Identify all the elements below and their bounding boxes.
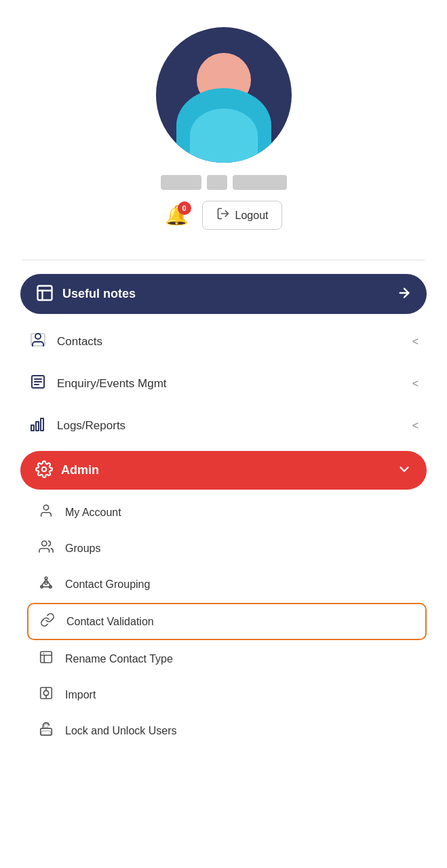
person-icon: [37, 503, 56, 521]
useful-notes-button[interactable]: Useful notes: [20, 274, 427, 314]
notification-button[interactable]: 🔔 0: [165, 204, 189, 226]
contacts-icon: [28, 332, 47, 352]
action-bar: 🔔 0 Logout: [165, 201, 283, 230]
contacts-chevron-icon: <: [412, 336, 419, 348]
svg-rect-13: [41, 418, 43, 431]
nav-section: Useful notes Contacts: [0, 274, 447, 748]
username-area: [161, 175, 287, 190]
avatar-section: 🔔 0 Logout: [156, 0, 292, 260]
username-blur-2: [207, 175, 227, 190]
svg-point-23: [45, 582, 47, 585]
admin-label: Admin: [61, 463, 99, 477]
notes-icon: [35, 283, 54, 304]
admin-submenu: My Account Groups: [20, 495, 427, 748]
submenu-item-groups[interactable]: Groups: [27, 531, 427, 566]
submenu-item-contact-grouping[interactable]: Contact Grouping: [27, 567, 427, 601]
contact-grouping-icon: [37, 575, 56, 593]
submenu-item-my-account[interactable]: My Account: [27, 495, 427, 530]
submenu-item-import[interactable]: Import: [27, 677, 427, 712]
rename-icon: [37, 650, 56, 668]
svg-rect-24: [41, 652, 52, 663]
logout-icon: [216, 207, 230, 224]
my-account-label: My Account: [65, 507, 121, 519]
enquiry-chevron-icon: <: [412, 378, 419, 390]
notification-badge: 0: [178, 201, 191, 215]
svg-rect-11: [31, 425, 34, 431]
avatar-body: [176, 88, 271, 163]
svg-point-26: [43, 690, 48, 695]
username-blur-1: [161, 175, 201, 190]
contact-grouping-label: Contact Grouping: [65, 578, 150, 591]
groups-icon: [37, 539, 56, 557]
sidebar-item-enquiry[interactable]: Enquiry/Events Mgmt <: [20, 364, 427, 403]
enquiry-label: Enquiry/Events Mgmt: [57, 377, 167, 391]
logs-chevron-icon: <: [412, 420, 419, 432]
svg-point-14: [42, 467, 47, 472]
page-wrapper: 🔔 0 Logout: [0, 0, 447, 868]
logs-label: Logs/Reports: [57, 419, 125, 433]
submenu-item-lock-unlock[interactable]: Lock and Unlock Users: [27, 713, 427, 748]
lock-icon: [37, 722, 56, 740]
svg-point-15: [43, 505, 48, 510]
svg-point-30: [44, 724, 48, 728]
svg-rect-1: [38, 286, 52, 300]
lock-unlock-label: Lock and Unlock Users: [65, 725, 177, 737]
logout-label: Logout: [235, 210, 269, 222]
submenu-item-contact-validation[interactable]: Contact Validation: [27, 603, 427, 640]
groups-label: Groups: [65, 542, 100, 555]
sidebar-item-contacts[interactable]: Contacts <: [20, 322, 427, 361]
useful-notes-label: Useful notes: [62, 287, 136, 301]
username-blur-3: [233, 175, 287, 190]
contact-validation-label: Contact Validation: [66, 616, 154, 628]
avatar: [156, 27, 292, 163]
sidebar-item-logs[interactable]: Logs/Reports <: [20, 406, 427, 446]
divider: [22, 260, 425, 260]
import-icon: [37, 686, 56, 704]
useful-notes-arrow-icon: [397, 285, 412, 302]
svg-point-5: [35, 334, 41, 339]
logs-icon: [28, 416, 47, 436]
rename-contact-type-label: Rename Contact Type: [65, 653, 173, 665]
submenu-item-rename-contact-type[interactable]: Rename Contact Type: [27, 642, 427, 676]
admin-chevron-icon: [397, 462, 412, 479]
avatar-body-inner: [190, 108, 258, 163]
import-label: Import: [65, 689, 96, 701]
useful-notes-left: Useful notes: [35, 283, 136, 304]
enquiry-icon: [28, 374, 47, 394]
svg-rect-12: [36, 422, 39, 431]
logout-button[interactable]: Logout: [202, 201, 283, 230]
admin-icon: [35, 460, 53, 480]
svg-point-16: [42, 541, 47, 546]
admin-button[interactable]: Admin: [20, 451, 427, 490]
contact-validation-icon: [38, 612, 57, 631]
contacts-label: Contacts: [57, 335, 102, 349]
